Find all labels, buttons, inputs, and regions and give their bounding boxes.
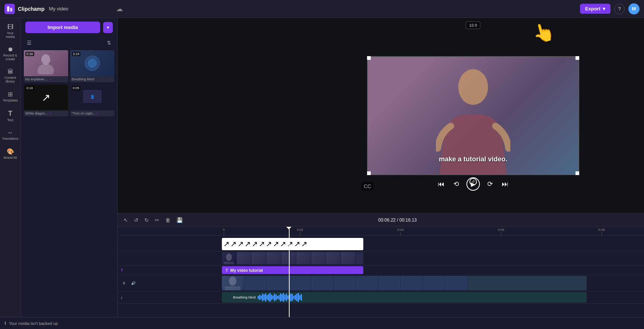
- sidebar-item-brand-kit[interactable]: 🎨 Brand kit: [1, 145, 20, 162]
- main-video-clip[interactable]: [222, 276, 587, 290]
- sidebar-item-record-create[interactable]: ⏺ Record & create: [1, 43, 20, 64]
- editor-center: 16:9 ⊞ ⊡ ••• make a tutorial video.: [118, 18, 644, 317]
- wave-bar-24: [292, 294, 293, 301]
- wave-bar-10: [271, 295, 272, 300]
- video-preview-area: 16:9 ⊞ ⊡ ••• make a tutorial video.: [118, 18, 644, 213]
- import-media-button[interactable]: Import media: [25, 22, 100, 33]
- wave-bar-22: [289, 294, 290, 300]
- app-logo[interactable]: Clipchamp: [4, 4, 45, 14]
- play-button[interactable]: ▶: [466, 177, 480, 191]
- help-button[interactable]: ?: [614, 4, 625, 14]
- check-icon-tutorial: ✓: [96, 112, 99, 115]
- media-item-explainer[interactable]: 0:16 My explainer ... ✓: [24, 50, 68, 82]
- ruler-mark-004: 0:04: [374, 228, 427, 235]
- ruler-mark-008: 0:08: [576, 228, 628, 235]
- track-content-arrows: ↗ ↗ ↗ ↗ ↗ ↗ ↗ ↗ ↗ ↗: [222, 237, 644, 251]
- sidebar-item-templates[interactable]: ⊞ Templates: [1, 88, 20, 105]
- skip-forward-button[interactable]: ⏭: [500, 179, 510, 190]
- svg-point-8: [458, 69, 488, 105]
- wave-bar-13: [275, 294, 277, 300]
- media-item-arrow[interactable]: ↗ 0:10 White diagon... ✓: [24, 84, 68, 116]
- current-time: 00:06.22: [378, 217, 396, 223]
- sidebar-item-text[interactable]: T Text: [1, 107, 20, 125]
- track-content-audio: Breathing Mind: [222, 291, 644, 303]
- select-tool-button[interactable]: ↖: [122, 216, 130, 225]
- video-strip-clip[interactable]: [222, 252, 363, 264]
- avatar[interactable]: M: [628, 3, 640, 14]
- undo-button[interactable]: ↺: [133, 216, 140, 225]
- track-row-arrows: ↗ ↗ ↗ ↗ ↗ ↗ ↗ ↗ ↗ ↗: [118, 237, 644, 251]
- media-item-tutorial[interactable]: 👤 0:05 "Turn on capti... ✓: [70, 84, 115, 116]
- aspect-ratio-badge: 16:9: [466, 22, 480, 29]
- media-duration-arrow: 0:10: [25, 86, 34, 90]
- sidebar-label-record-create: Record & create: [2, 54, 19, 61]
- arrow-frame-2: ↗: [230, 239, 237, 248]
- wave-bar-7: [267, 295, 268, 300]
- playhead-line-ruler: [289, 227, 290, 235]
- wave-bar-20: [286, 294, 287, 301]
- check-icon-arrow: ✓: [49, 112, 51, 115]
- media-grid: 0:16 My explainer ... ✓ 3:19 Breathing M…: [21, 50, 117, 116]
- audio-clip-label: Breathing Mind: [233, 296, 256, 299]
- export-button[interactable]: Export ▾: [580, 4, 610, 14]
- wave-bar-5: [264, 294, 265, 300]
- video-title-input[interactable]: [49, 6, 112, 12]
- ruler-line-002: [300, 232, 300, 235]
- filter-button[interactable]: ☰: [25, 38, 33, 47]
- wave-bar-11: [272, 296, 274, 299]
- track-content-text: T My video tutorial: [222, 265, 644, 275]
- resize-handle-tl[interactable]: [367, 56, 371, 60]
- wave-bar-6: [265, 293, 266, 301]
- strip-frame-3: [252, 252, 267, 264]
- sidebar-item-transitions[interactable]: ↔ Transitions: [1, 126, 20, 143]
- media-item-breathing[interactable]: 3:19 Breathing Mind: [70, 50, 115, 82]
- resize-handle-br[interactable]: [576, 171, 579, 175]
- track-content-main-video: [222, 275, 644, 291]
- import-media-dropdown-button[interactable]: ▾: [103, 22, 113, 33]
- save-button[interactable]: 💾: [175, 216, 184, 225]
- redo-button[interactable]: ↻: [143, 216, 150, 225]
- resize-handle-bl[interactable]: [367, 171, 371, 175]
- sidebar-item-content-library[interactable]: 🏛 Content library: [1, 65, 20, 86]
- pause-button[interactable]: ⏸: [121, 280, 127, 287]
- text-clip[interactable]: T My video tutorial: [222, 266, 363, 274]
- track-row-text: T T My video tutorial: [118, 265, 644, 275]
- svg-point-3: [38, 64, 54, 74]
- delete-button[interactable]: 🗑: [164, 216, 172, 225]
- help-icon: ?: [618, 6, 621, 12]
- sort-button[interactable]: ⇅: [105, 38, 113, 47]
- transitions-icon: ↔: [7, 129, 13, 136]
- cut-button[interactable]: ✂: [153, 216, 161, 225]
- sidebar-label-transitions: Transitions: [2, 137, 19, 141]
- wave-bar-18: [283, 293, 284, 302]
- forward-button[interactable]: ⟳: [486, 178, 494, 190]
- skip-back-button[interactable]: ⏮: [436, 179, 446, 190]
- media-duration-tutorial: 0:05: [72, 86, 81, 90]
- wave-bar-16: [280, 293, 281, 301]
- audio-clip[interactable]: Breathing Mind: [222, 292, 587, 303]
- timeline-toolbar: ↖ ↺ ↻ ✂ 🗑 💾 00:06.22 / 00:16.13 − + ⊡: [118, 213, 644, 227]
- arrows-clip[interactable]: ↗ ↗ ↗ ↗ ↗ ↗ ↗ ↗ ↗ ↗: [222, 238, 363, 250]
- sidebar-label-text: Text: [7, 118, 13, 122]
- ruler-line-004: [401, 232, 401, 235]
- main-video-frames: [222, 276, 587, 290]
- mute-volume-button[interactable]: 🔊: [130, 280, 137, 287]
- time-separator: /: [397, 217, 399, 223]
- video-subtitle: make a tutorial video.: [439, 155, 507, 163]
- sidebar-item-your-media[interactable]: 🎞 Your media: [1, 21, 20, 42]
- rewind-button[interactable]: ⟲: [452, 178, 460, 190]
- topbar: Clipchamp ☁ Export ▾ ? M: [0, 0, 644, 18]
- wave-bar-12: [274, 294, 275, 301]
- sidebar-label-templates: Templates: [3, 99, 18, 102]
- track-row-main-video: ⏸ 🔊: [118, 275, 644, 291]
- ruler-mark-0: 0: [222, 228, 226, 235]
- wave-bar-17: [281, 294, 283, 301]
- media-duration-explainer: 0:16: [25, 52, 34, 56]
- wave-bar-26: [295, 295, 296, 300]
- wave-bar-30: [301, 294, 302, 301]
- media-label-tutorial: "Turn on capti... ✓: [70, 110, 115, 116]
- arrow-frame-5: ↗: [252, 239, 258, 248]
- your-media-icon: 🎞: [7, 24, 13, 30]
- resize-handle-tr[interactable]: [576, 56, 579, 60]
- cc-toggle-button[interactable]: CC: [361, 182, 373, 191]
